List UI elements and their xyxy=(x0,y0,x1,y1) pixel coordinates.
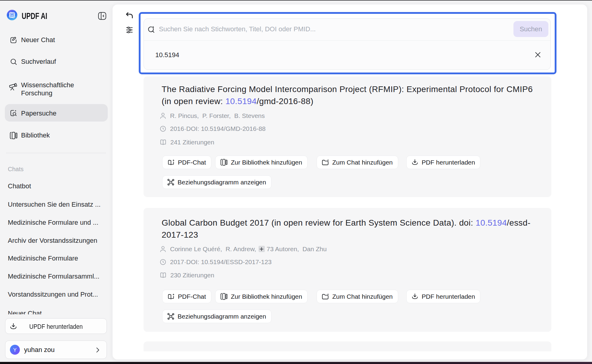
svg-text:Y: Y xyxy=(13,347,17,353)
